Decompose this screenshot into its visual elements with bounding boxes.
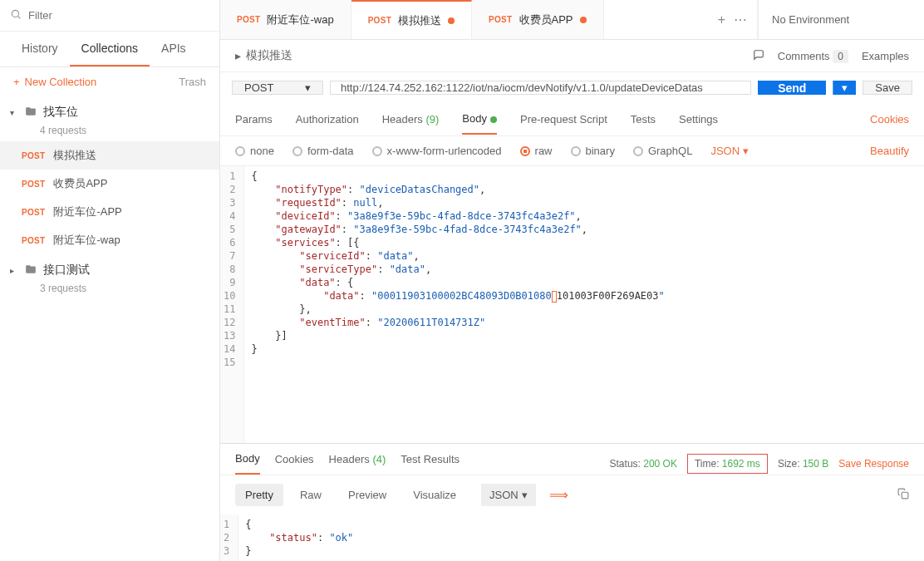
- collection-subtitle: 3 requests: [40, 283, 219, 294]
- tab-options-button[interactable]: ⋯: [734, 12, 747, 27]
- chevron-down-icon: ▾: [743, 145, 749, 157]
- request-title: 模拟推送: [246, 48, 292, 63]
- tab-history[interactable]: History: [10, 32, 70, 66]
- request-name: 收费员APP: [53, 176, 107, 191]
- section-params[interactable]: Params: [235, 105, 273, 134]
- trash-link[interactable]: Trash: [179, 76, 206, 88]
- request-item[interactable]: POST收费员APP: [0, 170, 219, 198]
- request-item[interactable]: POST模拟推送: [0, 141, 219, 170]
- response-preview[interactable]: Preview: [338, 484, 396, 506]
- method-badge: POST: [489, 15, 512, 24]
- body-raw-radio[interactable]: raw: [520, 145, 553, 157]
- dirty-indicator: [580, 17, 587, 23]
- body-binary-radio[interactable]: binary: [571, 145, 615, 157]
- new-collection-button[interactable]: + New Collection: [13, 76, 96, 88]
- wrap-lines-icon[interactable]: ⟹: [549, 487, 568, 503]
- method-badge: POST: [22, 151, 45, 160]
- beautify-button[interactable]: Beautify: [870, 145, 909, 157]
- response-raw[interactable]: Raw: [290, 484, 332, 506]
- method-selector[interactable]: POST ▾: [232, 81, 323, 95]
- dirty-indicator: [448, 17, 455, 24]
- send-button[interactable]: Send: [758, 81, 826, 95]
- collection-name: 接口测试: [43, 263, 90, 278]
- response-lang-selector[interactable]: JSON ▾: [481, 484, 536, 506]
- body-xwww-radio[interactable]: x-www-form-urlencoded: [372, 145, 502, 157]
- folder-icon: [25, 106, 37, 120]
- collection-subtitle: 4 requests: [40, 125, 219, 136]
- chevron-right-icon: ▸: [10, 266, 18, 275]
- method-badge: POST: [22, 180, 45, 189]
- section-prerequest[interactable]: Pre-request Script: [520, 105, 607, 134]
- request-item[interactable]: POST附近车位-APP: [0, 198, 219, 226]
- method-badge: POST: [368, 16, 391, 25]
- comments-link[interactable]: Comments 0: [778, 50, 848, 62]
- collection-header[interactable]: ▾ 找车位: [0, 96, 219, 128]
- body-indicator-dot: [490, 116, 497, 123]
- time-label: Time: 1692 ms: [687, 454, 768, 474]
- request-item[interactable]: POST附近车位-wap: [0, 226, 219, 254]
- sidebar-tabs: History Collections APIs: [0, 32, 219, 67]
- comments-icon: [753, 49, 764, 63]
- tab-title: 收费员APP: [519, 12, 573, 27]
- section-body[interactable]: Body: [462, 104, 497, 135]
- response-tab-headers[interactable]: Headers (4): [329, 453, 386, 474]
- method-badge: POST: [22, 208, 45, 217]
- response-tab-tests[interactable]: Test Results: [401, 453, 460, 474]
- svg-line-1: [18, 17, 21, 19]
- request-name: 附近车位-APP: [53, 204, 121, 219]
- chevron-down-icon: ▾: [522, 489, 528, 501]
- cookies-link[interactable]: Cookies: [870, 113, 909, 125]
- tab-title: 附近车位-wap: [267, 12, 333, 27]
- search-icon: [10, 8, 22, 22]
- send-dropdown[interactable]: ▾: [833, 81, 856, 95]
- request-tab[interactable]: POST模拟推送: [351, 0, 472, 39]
- plus-icon: +: [13, 76, 20, 88]
- request-name: 附近车位-wap: [53, 233, 120, 248]
- chevron-down-icon: ▾: [305, 81, 311, 94]
- copy-response-icon[interactable]: [897, 488, 909, 502]
- request-body-editor[interactable]: 123456789101112131415 { "notifyType": "d…: [220, 165, 924, 443]
- request-name: 模拟推送: [53, 148, 96, 163]
- collection-name: 找车位: [43, 105, 78, 120]
- body-graphql-radio[interactable]: GraphQL: [633, 145, 692, 157]
- save-button[interactable]: Save: [863, 81, 912, 95]
- section-headers[interactable]: Headers (9): [382, 105, 440, 134]
- svg-rect-2: [902, 492, 908, 499]
- filter-input[interactable]: [28, 9, 209, 22]
- response-tab-body[interactable]: Body: [235, 452, 260, 475]
- url-input[interactable]: [330, 81, 751, 95]
- body-none-radio[interactable]: none: [235, 145, 274, 157]
- response-body-viewer[interactable]: 123 { "status": "ok"}: [220, 514, 924, 561]
- chevron-right-icon: ▸: [235, 49, 241, 62]
- sidebar: History Collections APIs + New Collectio…: [0, 0, 220, 561]
- status-label: Status: 200 OK: [610, 458, 677, 470]
- tab-apis[interactable]: APIs: [150, 32, 198, 66]
- examples-link[interactable]: Examples: [862, 50, 909, 62]
- tab-title: 模拟推送: [398, 13, 441, 28]
- environment-selector[interactable]: No Environment: [758, 0, 924, 39]
- new-tab-button[interactable]: +: [718, 12, 725, 27]
- main-panel: POST附近车位-wapPOST模拟推送POST收费员APP + ⋯ No En…: [220, 0, 924, 561]
- svg-point-0: [12, 10, 18, 17]
- collection-header[interactable]: ▸ 接口测试: [0, 254, 219, 286]
- request-tab[interactable]: POST收费员APP: [472, 0, 603, 39]
- body-language-selector[interactable]: JSON ▾: [710, 145, 749, 157]
- response-pretty[interactable]: Pretty: [235, 484, 283, 506]
- save-response-button[interactable]: Save Response: [838, 458, 909, 470]
- body-formdata-radio[interactable]: form-data: [292, 145, 354, 157]
- method-badge: POST: [22, 236, 45, 245]
- section-settings[interactable]: Settings: [679, 105, 718, 134]
- section-tests[interactable]: Tests: [631, 105, 656, 134]
- folder-icon: [25, 263, 37, 278]
- method-badge: POST: [237, 15, 260, 24]
- request-tab[interactable]: POST附近车位-wap: [220, 0, 351, 39]
- response-tab-cookies[interactable]: Cookies: [275, 453, 314, 474]
- section-authorization[interactable]: Authorization: [296, 105, 359, 134]
- tab-collections[interactable]: Collections: [70, 32, 150, 66]
- response-visualize[interactable]: Visualize: [403, 484, 466, 506]
- chevron-down-icon: ▾: [10, 108, 18, 117]
- size-label: Size: 150 B: [778, 458, 828, 470]
